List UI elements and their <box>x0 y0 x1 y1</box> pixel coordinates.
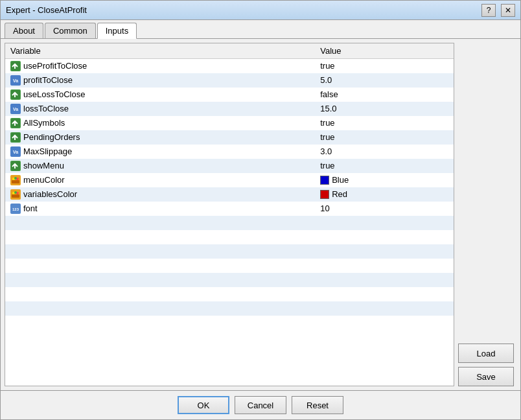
svg-text:Va: Va <box>13 78 18 83</box>
variables-table: Variable Value useProfitToClosetrueVapro… <box>5 43 454 330</box>
variable-name: showMenu <box>23 161 64 170</box>
empty-row <box>5 216 454 230</box>
value-text: false <box>315 88 454 102</box>
content-area: Variable Value useProfitToClosetrueVapro… <box>1 39 520 390</box>
variable-cell: PendingOrders <box>5 130 315 145</box>
empty-row <box>5 259 454 273</box>
title-bar: Expert - CloseAtProfit ? ✕ <box>1 1 520 20</box>
table-row[interactable]: useProfitToClosetrue <box>5 59 454 73</box>
value-text: 10 <box>315 202 454 216</box>
bool-icon <box>10 161 21 171</box>
table-row[interactable]: ValossToClose15.0 <box>5 102 454 116</box>
load-button[interactable]: Load <box>458 344 514 363</box>
table-row[interactable]: PendingOrderstrue <box>5 130 454 145</box>
value-text: true <box>315 116 454 130</box>
svg-rect-22 <box>12 194 19 198</box>
save-button[interactable]: Save <box>458 367 514 386</box>
svg-text:Va: Va <box>13 107 18 111</box>
variable-name: useProfitToClose <box>23 61 87 71</box>
value-text: true <box>315 59 454 73</box>
svg-rect-17 <box>12 180 19 183</box>
variable-cell: ValossToClose <box>5 102 315 116</box>
variable-name: MaxSlippage <box>23 146 72 156</box>
reset-button[interactable]: Reset <box>292 396 343 414</box>
col-variable-header: Variable <box>5 43 315 59</box>
cancel-button[interactable]: Cancel <box>235 396 286 414</box>
table-row[interactable]: VaprofitToClose5.0 <box>5 73 454 88</box>
variable-name: PendingOrders <box>23 132 80 142</box>
title-bar-left: Expert - CloseAtProfit <box>6 5 87 15</box>
double-icon: Va <box>10 104 21 114</box>
variable-name: lossToClose <box>23 104 69 113</box>
tab-inputs[interactable]: Inputs <box>97 23 137 39</box>
color-icon <box>10 175 21 185</box>
table-row[interactable]: AllSymbolstrue <box>5 116 454 130</box>
variable-cell: VaMaxSlippage <box>5 145 315 159</box>
value-text: true <box>315 159 454 173</box>
value-text: 3.0 <box>315 145 454 159</box>
bool-icon <box>10 89 21 100</box>
double-icon: Va <box>10 146 21 157</box>
color-swatch <box>320 190 329 199</box>
variable-cell: VaprofitToClose <box>5 73 315 88</box>
svg-text:Va: Va <box>13 150 18 154</box>
variable-cell: variablesColor <box>5 187 315 202</box>
table-row[interactable]: VaMaxSlippage3.0 <box>5 145 454 159</box>
empty-row <box>5 287 454 301</box>
ok-button[interactable]: OK <box>178 396 229 414</box>
table-row[interactable]: showMenutrue <box>5 159 454 173</box>
variable-cell: useLossToClose <box>5 88 315 102</box>
color-swatch <box>320 176 329 185</box>
svg-point-25 <box>14 191 17 194</box>
table-header-row: Variable Value <box>5 43 454 59</box>
expert-window: Expert - CloseAtProfit ? ✕ About Common … <box>0 0 521 420</box>
variable-name: menuColor <box>23 175 65 185</box>
empty-row <box>5 230 454 244</box>
table-row[interactable]: useLossToClosefalse <box>5 88 454 102</box>
color-icon <box>10 189 21 200</box>
value-cell: Blue <box>315 173 454 187</box>
variable-name: AllSymbols <box>23 118 65 128</box>
tab-common[interactable]: Common <box>45 23 96 38</box>
empty-row <box>5 273 454 287</box>
main-panel: Variable Value useProfitToClosetrueVapro… <box>5 43 454 386</box>
table-row[interactable]: 123font10 <box>5 202 454 216</box>
variable-cell: AllSymbols <box>5 116 315 130</box>
empty-row <box>5 316 454 330</box>
tab-bar: About Common Inputs <box>1 20 520 39</box>
svg-text:123: 123 <box>12 207 19 211</box>
help-button[interactable]: ? <box>481 4 496 17</box>
variable-name: font <box>23 204 38 213</box>
value-cell: Red <box>315 187 454 202</box>
variable-cell: 123font <box>5 202 315 216</box>
variable-name: useLossToClose <box>23 89 85 99</box>
table-row[interactable]: variablesColorRed <box>5 187 454 202</box>
value-text: Red <box>332 189 347 199</box>
bool-icon <box>10 61 21 71</box>
int-icon: 123 <box>10 204 21 214</box>
bool-icon <box>10 132 21 143</box>
value-text: Blue <box>332 175 349 185</box>
variable-cell: menuColor <box>5 173 315 187</box>
close-button[interactable]: ✕ <box>501 4 515 17</box>
variables-table-container[interactable]: Variable Value useProfitToClosetrueVapro… <box>5 43 454 386</box>
col-value-header: Value <box>315 43 454 59</box>
table-row[interactable]: menuColorBlue <box>5 173 454 187</box>
title-bar-right: ? ✕ <box>481 4 515 17</box>
variable-name: profitToClose <box>23 75 73 85</box>
empty-row <box>5 244 454 259</box>
variable-cell: showMenu <box>5 159 315 173</box>
side-buttons-panel: Load Save <box>458 43 516 386</box>
value-text: 5.0 <box>315 73 454 88</box>
variable-cell: useProfitToClose <box>5 59 315 73</box>
window-title: Expert - CloseAtProfit <box>6 5 87 15</box>
value-text: 15.0 <box>315 102 454 116</box>
double-icon: Va <box>10 75 21 86</box>
empty-row <box>5 301 454 316</box>
bool-icon <box>10 118 21 128</box>
value-text: true <box>315 130 454 145</box>
svg-point-20 <box>14 177 17 180</box>
tab-about[interactable]: About <box>5 23 43 38</box>
bottom-bar: OK Cancel Reset <box>1 390 520 419</box>
variable-name: variablesColor <box>23 189 77 199</box>
